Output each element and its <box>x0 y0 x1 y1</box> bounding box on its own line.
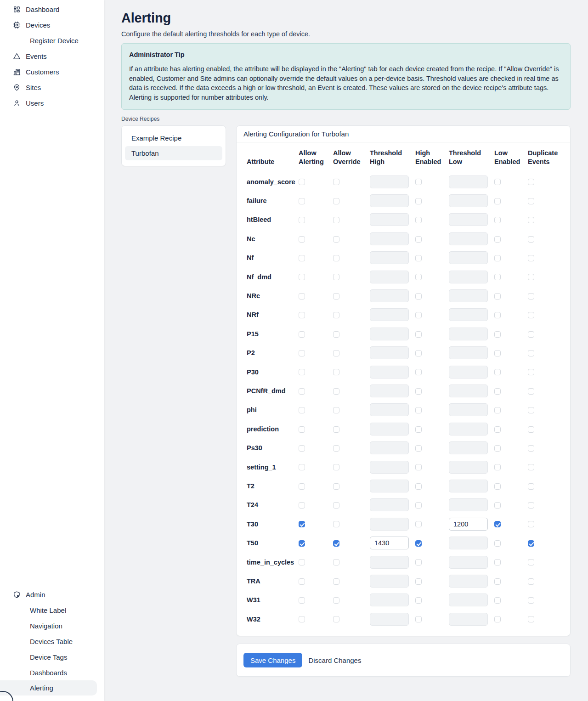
threshold-low-input[interactable] <box>449 480 488 492</box>
high-enabled-checkbox[interactable] <box>415 616 422 622</box>
low-enabled-checkbox[interactable] <box>494 274 501 280</box>
duplicate-events-checkbox[interactable] <box>528 483 534 490</box>
allow-alerting-checkbox[interactable] <box>299 407 305 413</box>
sidebar-item-dashboards[interactable]: Dashboards <box>0 665 104 680</box>
allow-override-checkbox[interactable] <box>333 293 339 300</box>
low-enabled-checkbox[interactable] <box>494 597 501 604</box>
duplicate-events-checkbox[interactable] <box>528 350 534 356</box>
sidebar-item-device-tags[interactable]: Device Tags <box>0 649 104 665</box>
duplicate-events-checkbox[interactable] <box>528 521 534 527</box>
threshold-low-input[interactable] <box>449 213 488 226</box>
allow-alerting-checkbox[interactable] <box>299 540 305 547</box>
threshold-high-input[interactable] <box>370 613 409 626</box>
high-enabled-checkbox[interactable] <box>415 255 422 261</box>
allow-alerting-checkbox[interactable] <box>299 597 305 604</box>
duplicate-events-checkbox[interactable] <box>528 179 534 185</box>
allow-alerting-checkbox[interactable] <box>299 255 305 261</box>
duplicate-events-checkbox[interactable] <box>528 198 534 204</box>
allow-override-checkbox[interactable] <box>333 407 339 413</box>
high-enabled-checkbox[interactable] <box>415 388 422 395</box>
high-enabled-checkbox[interactable] <box>415 578 422 585</box>
high-enabled-checkbox[interactable] <box>415 426 422 433</box>
high-enabled-checkbox[interactable] <box>415 293 422 300</box>
low-enabled-checkbox[interactable] <box>494 445 501 452</box>
sidebar-item-alerting[interactable]: Alerting <box>0 680 97 695</box>
duplicate-events-checkbox[interactable] <box>528 274 534 280</box>
duplicate-events-checkbox[interactable] <box>528 217 534 223</box>
allow-override-checkbox[interactable] <box>333 388 339 395</box>
high-enabled-checkbox[interactable] <box>415 331 422 338</box>
duplicate-events-checkbox[interactable] <box>528 255 534 261</box>
allow-alerting-checkbox[interactable] <box>299 293 305 300</box>
high-enabled-checkbox[interactable] <box>415 464 422 470</box>
low-enabled-checkbox[interactable] <box>494 369 501 375</box>
threshold-low-input[interactable] <box>449 289 488 302</box>
threshold-low-input[interactable] <box>449 423 488 435</box>
threshold-low-input[interactable] <box>449 575 488 588</box>
sidebar-item-navigation[interactable]: Navigation <box>0 618 104 633</box>
allow-override-checkbox[interactable] <box>333 445 339 452</box>
duplicate-events-checkbox[interactable] <box>528 445 534 452</box>
allow-override-checkbox[interactable] <box>333 464 339 470</box>
duplicate-events-checkbox[interactable] <box>528 293 534 300</box>
low-enabled-checkbox[interactable] <box>494 217 501 223</box>
allow-override-checkbox[interactable] <box>333 502 339 509</box>
allow-override-checkbox[interactable] <box>333 179 339 185</box>
allow-alerting-checkbox[interactable] <box>299 426 305 433</box>
threshold-low-input[interactable] <box>449 251 488 264</box>
low-enabled-checkbox[interactable] <box>494 559 501 565</box>
allow-override-checkbox[interactable] <box>333 559 339 565</box>
low-enabled-checkbox[interactable] <box>494 388 501 395</box>
threshold-high-input[interactable] <box>370 403 409 416</box>
low-enabled-checkbox[interactable] <box>494 540 501 547</box>
allow-alerting-checkbox[interactable] <box>299 369 305 375</box>
threshold-low-input[interactable] <box>449 175 488 188</box>
threshold-high-input[interactable] <box>370 594 409 606</box>
allow-alerting-checkbox[interactable] <box>299 578 305 585</box>
threshold-high-input[interactable] <box>370 498 409 511</box>
allow-override-checkbox[interactable] <box>333 369 339 375</box>
threshold-high-input[interactable] <box>370 518 409 531</box>
allow-alerting-checkbox[interactable] <box>299 312 305 318</box>
duplicate-events-checkbox[interactable] <box>528 236 534 243</box>
allow-alerting-checkbox[interactable] <box>299 521 305 527</box>
duplicate-events-checkbox[interactable] <box>528 331 534 338</box>
threshold-low-input[interactable] <box>449 518 488 531</box>
threshold-low-input[interactable] <box>449 232 488 245</box>
duplicate-events-checkbox[interactable] <box>528 597 534 604</box>
allow-alerting-checkbox[interactable] <box>299 179 305 185</box>
sidebar-item-devices[interactable]: Devices <box>0 17 104 33</box>
high-enabled-checkbox[interactable] <box>415 559 422 565</box>
low-enabled-checkbox[interactable] <box>494 350 501 356</box>
threshold-high-input[interactable] <box>370 366 409 379</box>
sidebar-item-sites[interactable]: Sites <box>0 79 104 95</box>
duplicate-events-checkbox[interactable] <box>528 426 534 433</box>
allow-override-checkbox[interactable] <box>333 540 339 547</box>
threshold-low-input[interactable] <box>449 403 488 416</box>
recipe-item-turbofan[interactable]: Turbofan <box>125 146 222 160</box>
threshold-low-input[interactable] <box>449 441 488 454</box>
high-enabled-checkbox[interactable] <box>415 312 422 318</box>
allow-alerting-checkbox[interactable] <box>299 217 305 223</box>
high-enabled-checkbox[interactable] <box>415 502 422 509</box>
high-enabled-checkbox[interactable] <box>415 597 422 604</box>
high-enabled-checkbox[interactable] <box>415 236 422 243</box>
threshold-low-input[interactable] <box>449 346 488 359</box>
duplicate-events-checkbox[interactable] <box>528 312 534 318</box>
threshold-high-input[interactable] <box>370 537 409 549</box>
sidebar-item-dashboard[interactable]: Dashboard <box>0 1 104 17</box>
high-enabled-checkbox[interactable] <box>415 217 422 223</box>
threshold-high-input[interactable] <box>370 575 409 588</box>
allow-override-checkbox[interactable] <box>333 198 339 204</box>
allow-override-checkbox[interactable] <box>333 616 339 622</box>
high-enabled-checkbox[interactable] <box>415 521 422 527</box>
threshold-high-input[interactable] <box>370 384 409 397</box>
allow-alerting-checkbox[interactable] <box>299 388 305 395</box>
low-enabled-checkbox[interactable] <box>494 426 501 433</box>
threshold-low-input[interactable] <box>449 537 488 549</box>
low-enabled-checkbox[interactable] <box>494 255 501 261</box>
allow-override-checkbox[interactable] <box>333 236 339 243</box>
threshold-high-input[interactable] <box>370 441 409 454</box>
sidebar-item-customers[interactable]: Customers <box>0 64 104 79</box>
duplicate-events-checkbox[interactable] <box>528 369 534 375</box>
